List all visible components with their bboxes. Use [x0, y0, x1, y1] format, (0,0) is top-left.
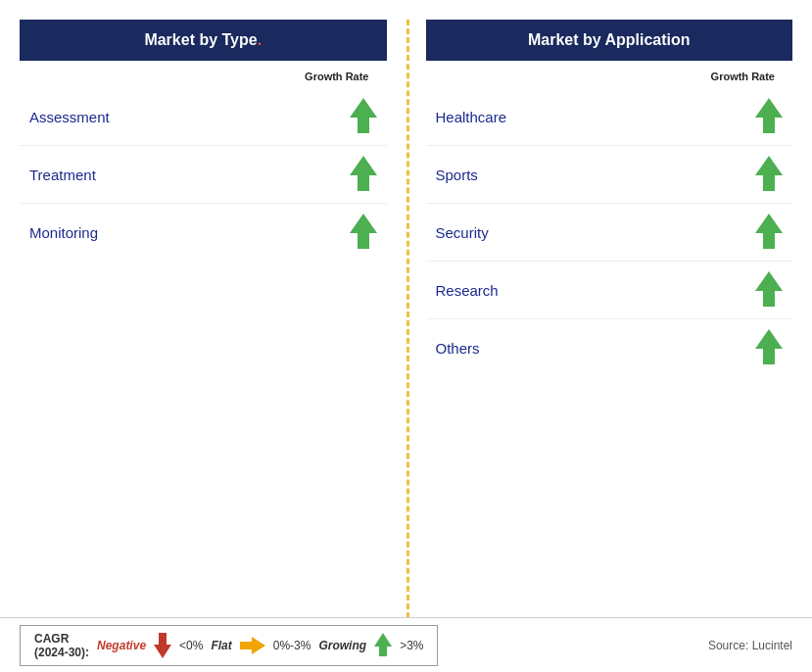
legend-box: CAGR(2024-30): Negative <0% Flat 0%-3% G… [20, 625, 438, 666]
green-arrow-icon-r1 [755, 156, 783, 193]
green-arrow-icon-r2 [755, 214, 783, 251]
green-arrow-icon-r3 [755, 271, 783, 309]
table-row: Sports [426, 146, 793, 204]
right-row-label-2: Security [436, 224, 489, 241]
right-row-label-0: Healthcare [436, 109, 507, 125]
main-container: Market by Type. Growth Rate Assessment T… [0, 0, 812, 627]
growing-range: >3% [400, 639, 423, 652]
left-panel-header: Market by Type. [20, 20, 387, 61]
table-row: Others [426, 319, 793, 376]
right-panel-title: Market by Application [528, 31, 691, 48]
source-label: Source: Lucintel [708, 639, 792, 652]
table-row: Research [426, 262, 793, 319]
left-panel-dot: . [258, 31, 262, 48]
red-down-arrow-icon [154, 633, 171, 658]
cagr-label: CAGR(2024-30): [34, 632, 89, 659]
left-panel: Market by Type. Growth Rate Assessment T… [20, 20, 387, 627]
flat-range: 0%-3% [273, 639, 311, 652]
table-row: Treatment [20, 146, 387, 204]
right-panel-header: Market by Application [426, 20, 793, 61]
right-row-label-4: Others [436, 340, 480, 357]
left-row-label-0: Assessment [29, 109, 110, 125]
divider-column [387, 20, 426, 627]
negative-label: Negative [97, 639, 146, 652]
table-row: Assessment [20, 88, 387, 146]
left-row-label-1: Treatment [29, 167, 96, 183]
table-row: Monitoring [20, 204, 387, 261]
left-row-label-2: Monitoring [29, 224, 98, 241]
dashed-divider [406, 20, 409, 627]
right-row-label-1: Sports [436, 167, 478, 183]
table-row: Healthcare [426, 88, 793, 146]
left-growth-rate-label: Growth Rate [20, 71, 387, 82]
green-arrow-icon-r4 [755, 329, 783, 366]
green-arrow-icon-2 [350, 214, 377, 251]
green-arrow-icon-0 [350, 98, 377, 135]
right-growth-rate-label: Growth Rate [426, 71, 793, 82]
right-panel: Market by Application Growth Rate Health… [426, 20, 793, 627]
yellow-right-arrow-icon [240, 637, 265, 654]
green-arrow-icon-r0 [755, 98, 783, 135]
table-row: Security [426, 204, 793, 262]
green-up-arrow-sm-icon [374, 633, 392, 658]
flat-label: Flat [211, 639, 231, 652]
left-panel-title: Market by Type [144, 31, 257, 48]
footer: CAGR(2024-30): Negative <0% Flat 0%-3% G… [0, 617, 812, 672]
negative-range: <0% [179, 639, 203, 652]
right-row-label-3: Research [436, 282, 499, 299]
green-arrow-icon-1 [350, 156, 377, 193]
growing-label: Growing [318, 639, 366, 652]
